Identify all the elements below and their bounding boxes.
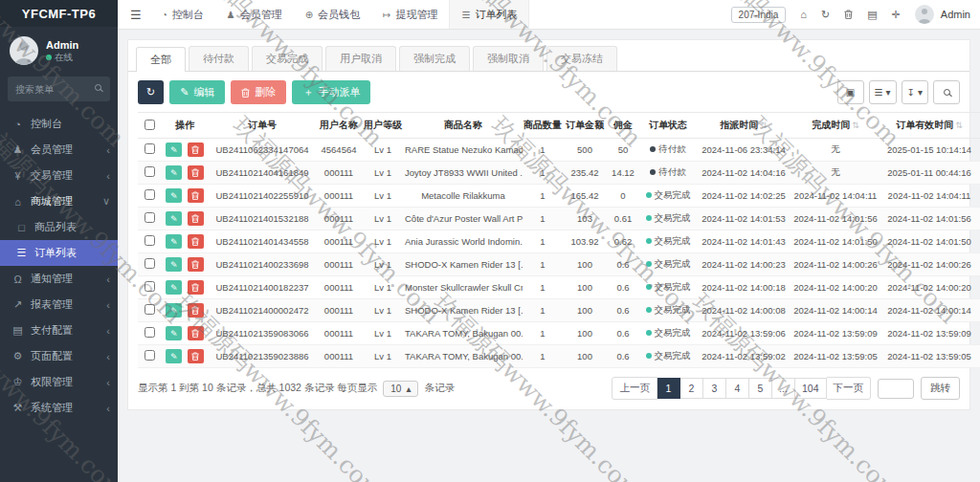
sidebar-item-会员管理[interactable]: ♟ 会员管理 ‹ <box>0 137 118 163</box>
admin-name[interactable]: Admin <box>941 9 970 20</box>
row-delete-button[interactable] <box>188 165 204 180</box>
row-delete-button[interactable] <box>188 280 204 295</box>
page-button-2[interactable]: 2 <box>680 378 703 399</box>
row-checkbox[interactable] <box>145 235 155 246</box>
filter-tab-用户取消[interactable]: 用户取消 <box>325 46 396 71</box>
row-edit-button[interactable]: ✎ <box>166 326 182 340</box>
row-edit-button[interactable]: ✎ <box>166 303 182 318</box>
delete-button[interactable]: 删除 <box>231 80 286 104</box>
row-delete-button[interactable] <box>188 257 204 272</box>
row-edit-button[interactable]: ✎ <box>166 349 182 363</box>
row-edit-button[interactable]: ✎ <box>166 188 182 203</box>
page-button-5[interactable]: 5 <box>749 378 772 399</box>
row-checkbox[interactable] <box>145 166 155 177</box>
row-checkbox[interactable] <box>145 212 155 223</box>
row-checkbox[interactable] <box>145 327 155 338</box>
sidebar-item-商品列表[interactable]: □ 商品列表 <box>0 214 118 240</box>
sidebar-item-通知管理[interactable]: Ω 通知管理 ‹ <box>0 266 118 292</box>
row-delete-button[interactable] <box>188 142 204 157</box>
status-dot-icon <box>650 169 656 175</box>
region-badge[interactable]: 207-India <box>731 7 787 23</box>
col-valid-time[interactable]: 订单有效时间⇅ <box>880 113 978 139</box>
filter-tab-强制取消[interactable]: 强制取消 <box>473 46 544 71</box>
row-delete-button[interactable] <box>188 349 204 363</box>
nav-tab-订单列表[interactable]: ☰ 订单列表 <box>449 0 529 29</box>
prev-page-button[interactable]: 上一页 <box>612 377 657 400</box>
trash-icon <box>191 260 199 269</box>
edit-button[interactable]: ✎ 编辑 <box>169 80 225 104</box>
export-button[interactable]: ↧▾ <box>902 80 928 104</box>
next-page-button[interactable]: 下一页 <box>827 377 872 400</box>
pencil-icon: ✎ <box>170 306 178 316</box>
trash-icon[interactable] <box>844 10 853 19</box>
page-button-...[interactable]: ... <box>772 378 795 399</box>
col-finish-time[interactable]: 完成时间⇅ <box>791 113 880 139</box>
row-edit-button[interactable]: ✎ <box>166 234 182 249</box>
row-checkbox[interactable] <box>145 143 155 154</box>
refresh-button[interactable]: ↻ <box>138 80 164 104</box>
sort-icon[interactable]: ⇅ <box>760 120 768 130</box>
row-checkbox[interactable] <box>145 350 155 361</box>
row-delete-button[interactable] <box>188 211 204 226</box>
filter-tab-强制完成[interactable]: 强制完成 <box>399 46 470 71</box>
page-button-104[interactable]: 104 <box>795 378 827 399</box>
amount-cell: 100 <box>563 299 607 322</box>
status-dot-icon <box>646 353 652 359</box>
sidebar-item-支付配置[interactable]: ▤ 支付配置 ‹ <box>0 318 118 343</box>
refresh-icon[interactable]: ↻ <box>821 9 830 21</box>
page-jump-input[interactable] <box>878 379 914 399</box>
row-edit-button[interactable]: ✎ <box>166 280 182 295</box>
toolbar: ↻ ✎ 编辑 删除 ＋ 手动派单 ▣ ☰▾ ↧▾ <box>128 72 969 112</box>
trash-icon <box>241 88 250 98</box>
fullscreen-icon[interactable]: ✛ <box>892 9 901 21</box>
admin-avatar[interactable] <box>915 5 934 24</box>
sort-icon[interactable]: ⇅ <box>852 120 859 130</box>
columns-button[interactable]: ☰▾ <box>869 80 897 104</box>
row-checkbox[interactable] <box>145 281 155 292</box>
row-checkbox[interactable] <box>145 258 155 269</box>
nav-tab-提现管理[interactable]: ↦ 提现管理 <box>371 0 449 29</box>
page-button-1[interactable]: 1 <box>657 378 680 399</box>
sidebar-item-订单列表[interactable]: ☰ 订单列表 <box>0 240 118 266</box>
row-edit-button[interactable]: ✎ <box>166 257 182 272</box>
filter-tab-交易完成[interactable]: 交易完成 <box>252 46 323 71</box>
filter-tab-交易冻结[interactable]: 交易冻结 <box>546 46 617 71</box>
page-button-3[interactable]: 3 <box>703 378 726 399</box>
sidebar-item-控制台[interactable]: ◔ 控制台 <box>0 111 118 137</box>
sidebar-item-页面配置[interactable]: ⚙ 页面配置 ‹ <box>0 343 118 369</box>
filter-tab-全部[interactable]: 全部 <box>136 47 186 72</box>
row-edit-button[interactable]: ✎ <box>166 211 182 226</box>
trash-icon <box>191 191 199 200</box>
sort-icon[interactable]: ⇅ <box>955 120 963 130</box>
row-checkbox[interactable] <box>145 189 155 200</box>
page-jump-button[interactable]: 跳转 <box>921 377 960 400</box>
select-all-checkbox[interactable] <box>145 120 155 130</box>
clear-cache-icon[interactable]: ▤ <box>867 9 877 21</box>
sidebar-item-商城管理[interactable]: ⌂ 商城管理 ∨ <box>0 188 118 214</box>
nav-tab-会员管理[interactable]: ♟ 会员管理 <box>215 0 294 29</box>
table-search-button[interactable] <box>933 80 960 104</box>
nav-tab-会员钱包[interactable]: ⊕ 会员钱包 <box>294 0 371 29</box>
filter-tab-待付款[interactable]: 待付款 <box>189 46 249 71</box>
sidebar-item-系统管理[interactable]: ⚒ 系统管理 ‹ <box>0 395 118 421</box>
row-delete-button[interactable] <box>188 303 204 318</box>
row-delete-button[interactable] <box>188 326 204 340</box>
valid-time-cell: 2024-11-02 13:59:09 <box>880 322 978 345</box>
product-cell: SHODO-X Kamen Rider 13 [... <box>404 253 523 276</box>
home-icon[interactable]: ⌂ <box>800 9 807 20</box>
row-delete-button[interactable] <box>188 234 204 249</box>
sidebar-item-报表管理[interactable]: ↗ 报表管理 ‹ <box>0 292 118 318</box>
sidebar-item-权限管理[interactable]: ♔ 权限管理 ‹ <box>0 369 118 395</box>
row-checkbox[interactable] <box>145 304 155 315</box>
col-assign-time[interactable]: 指派时间⇅ <box>697 113 791 139</box>
toggle-view-button[interactable]: ▣ <box>837 80 864 104</box>
row-edit-button[interactable]: ✎ <box>166 142 182 157</box>
row-edit-button[interactable]: ✎ <box>166 165 182 180</box>
sidebar-item-交易管理[interactable]: ¥ 交易管理 ‹ <box>0 163 118 188</box>
row-delete-button[interactable] <box>188 188 204 203</box>
page-button-4[interactable]: 4 <box>726 378 749 399</box>
hamburger-icon[interactable]: ☰ <box>122 8 150 22</box>
manual-dispatch-button[interactable]: ＋ 手动派单 <box>292 80 370 104</box>
page-size-select[interactable]: 10▴ <box>383 381 418 397</box>
nav-tab-控制台[interactable]: ◔ 控制台 <box>150 0 215 29</box>
